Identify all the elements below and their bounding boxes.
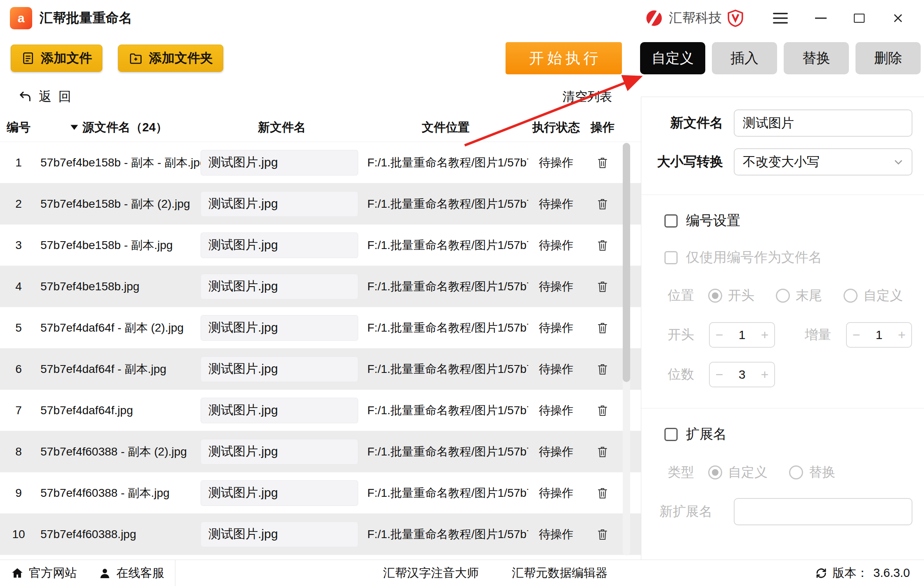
online-support-link[interactable]: 在线客服 — [87, 560, 175, 586]
person-icon — [98, 567, 111, 580]
delete-row-icon[interactable] — [593, 440, 612, 463]
delete-row-icon[interactable] — [593, 358, 612, 381]
start-execute-button[interactable]: 开始执行 — [506, 42, 622, 74]
new-filename-cell[interactable]: 测试图片.jpg — [201, 398, 358, 423]
rename-mode-tab[interactable]: 插入 — [712, 42, 777, 74]
new-filename-cell[interactable]: 测试图片.jpg — [201, 191, 358, 217]
delete-row-icon[interactable] — [593, 399, 612, 422]
digits-value[interactable]: 3 — [729, 368, 755, 382]
row-status: 待操作 — [528, 279, 584, 294]
delete-row-icon[interactable] — [593, 275, 612, 298]
add-file-button[interactable]: 添加文件 — [11, 45, 102, 72]
new-filename-cell[interactable]: 测试图片.jpg — [201, 356, 358, 382]
delete-row-icon[interactable] — [593, 482, 612, 505]
new-filename-cell[interactable]: 测试图片.jpg — [201, 315, 358, 341]
new-filename-cell[interactable]: 测试图片.jpg — [201, 233, 358, 258]
new-filename-input[interactable]: 测试图片 — [734, 109, 912, 137]
add-folder-button[interactable]: 添加文件夹 — [118, 45, 223, 72]
start-plus-button[interactable]: + — [755, 327, 774, 343]
radio-option[interactable]: 开头 — [708, 287, 754, 305]
back-button[interactable]: 返 回 — [18, 88, 73, 105]
radio-label: 开头 — [728, 287, 754, 305]
clear-list-button[interactable]: 清空列表 — [562, 88, 612, 105]
table-row: 2 57b7ef4be158b - 副本 (2).jpg 测试图片.jpg F:… — [0, 183, 641, 225]
menu-icon[interactable] — [763, 6, 798, 31]
only-number-checkbox[interactable] — [664, 251, 678, 264]
position-row: 位置 开头末尾自定义 — [668, 287, 912, 305]
radio-option[interactable]: 末尾 — [776, 287, 822, 305]
ext-type-radio-group: 自定义替换 — [708, 463, 835, 482]
new-filename-label: 新文件名 — [650, 114, 723, 132]
source-filename: 57b7ef4daf64f.jpg — [37, 404, 201, 417]
start-stepper: − 1 + — [709, 322, 775, 348]
numbering-checkbox-row[interactable]: 编号设置 — [664, 211, 912, 230]
row-status: 待操作 — [528, 403, 584, 418]
app-logo-icon: a — [10, 7, 32, 29]
row-number: 2 — [0, 197, 37, 211]
brand-icon — [645, 9, 663, 27]
radio-option[interactable]: 自定义 — [708, 463, 768, 482]
minimize-button[interactable] — [805, 6, 837, 31]
new-extension-input[interactable] — [734, 498, 912, 525]
list-scrollbar[interactable] — [623, 143, 630, 555]
brand-name: 汇帮科技 — [669, 9, 722, 27]
refresh-icon[interactable] — [815, 567, 827, 579]
delete-row-icon[interactable] — [593, 151, 612, 174]
delete-row-icon[interactable] — [593, 234, 612, 257]
official-website-label: 官方网站 — [29, 565, 77, 581]
metadata-editor-link[interactable]: 汇帮元数据编辑器 — [495, 565, 624, 581]
new-filename-cell[interactable]: 测试图片.jpg — [201, 274, 358, 299]
digits-minus-button[interactable]: − — [710, 367, 729, 382]
new-filename-cell[interactable]: 测试图片.jpg — [201, 522, 358, 547]
radio-icon — [708, 465, 722, 479]
extension-checkbox[interactable] — [664, 428, 678, 441]
case-convert-label: 大小写转换 — [650, 153, 723, 171]
file-location: F:/1.批量重命名教程/图片1/57b7ef — [363, 279, 528, 294]
start-minus-button[interactable]: − — [710, 327, 729, 343]
extension-checkbox-row[interactable]: 扩展名 — [664, 425, 912, 444]
start-value[interactable]: 1 — [729, 328, 755, 342]
footer: 官方网站 在线客服 汇帮汉字注音大师 汇帮元数据编辑器 版本： 3.6.3.0 — [0, 560, 924, 586]
row-number: 1 — [0, 156, 37, 169]
table-row: 6 57b7ef4daf64f - 副本.jpg 测试图片.jpg F:/1.批… — [0, 349, 641, 390]
new-filename-cell[interactable]: 测试图片.jpg — [201, 439, 358, 465]
digits-plus-button[interactable]: + — [755, 367, 774, 382]
brand: 汇帮科技 — [645, 9, 743, 27]
increment-value[interactable]: 1 — [866, 328, 892, 342]
file-location: F:/1.批量重命名教程/图片1/57b7ef — [363, 444, 528, 460]
file-location: F:/1.批量重命名教程/图片1/57b7ef — [363, 320, 528, 336]
increment-minus-button[interactable]: − — [847, 327, 866, 343]
new-filename-cell[interactable]: 测试图片.jpg — [201, 150, 358, 176]
radio-option[interactable]: 自定义 — [844, 287, 903, 305]
delete-row-icon[interactable] — [593, 192, 612, 216]
table-body: 1 57b7ef4be158b - 副本 - 副本.jpg 测试图片.jpg F… — [0, 142, 641, 560]
delete-row-icon[interactable] — [593, 523, 612, 546]
official-website-link[interactable]: 官方网站 — [0, 560, 87, 586]
increment-plus-button[interactable]: + — [892, 327, 911, 343]
table-row: 8 57b7ef4f60388 - 副本 (2).jpg 测试图片.jpg F:… — [0, 431, 641, 472]
rename-mode-tab[interactable]: 替换 — [784, 42, 849, 74]
only-number-checkbox-row[interactable]: 仅使用编号作为文件名 — [664, 248, 912, 267]
pinyin-master-link[interactable]: 汇帮汉字注音大师 — [366, 565, 495, 581]
radio-option[interactable]: 替换 — [789, 463, 835, 482]
rename-mode-tab[interactable]: 删除 — [855, 42, 921, 74]
source-filename: 57b7ef4be158b.jpg — [37, 280, 201, 293]
case-convert-select[interactable]: 不改变大小写 — [734, 148, 912, 176]
maximize-button[interactable] — [844, 6, 874, 31]
numbering-checkbox[interactable] — [664, 214, 678, 228]
delete-row-icon[interactable] — [593, 316, 612, 339]
digits-row: 位数 − 3 + — [668, 362, 912, 387]
add-folder-icon — [128, 51, 143, 65]
row-status: 待操作 — [528, 237, 584, 253]
version-number: 3.6.3.0 — [873, 566, 910, 580]
radio-icon — [708, 289, 722, 303]
increment-stepper: − 1 + — [846, 322, 912, 348]
rename-mode-tab[interactable]: 自定义 — [640, 42, 705, 74]
close-button[interactable] — [882, 6, 914, 31]
scrollbar-thumb[interactable] — [623, 143, 630, 382]
header-source-label: 源文件名（24） — [83, 119, 168, 136]
file-location: F:/1.批量重命名教程/图片1/57b7ef — [363, 237, 528, 253]
header-source-filename[interactable]: 源文件名（24） — [37, 119, 201, 136]
new-filename-cell[interactable]: 测试图片.jpg — [201, 480, 358, 506]
extension-title: 扩展名 — [686, 425, 727, 444]
